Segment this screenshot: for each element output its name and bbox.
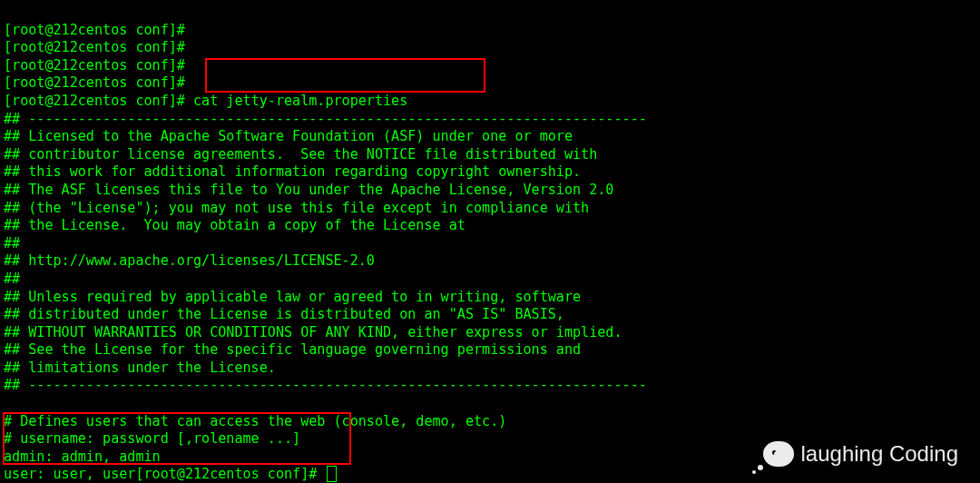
wechat-icon (763, 441, 794, 467)
cursor (327, 466, 337, 482)
terminal[interactable]: [root@212centos conf]# [root@212centos c… (0, 0, 980, 483)
output-line: admin: admin, admin (4, 448, 161, 465)
output-line: ## the License. You may obtain a copy of… (4, 217, 466, 233)
prompt-line: [root@212centos conf]# (4, 74, 193, 91)
output-line: ## http://www.apache.org/licenses/LICENS… (4, 252, 375, 269)
watermark: laughing Coding (763, 441, 958, 467)
output-line: ## limitations under the License. (4, 360, 276, 376)
output-line: ## -------------------------------------… (4, 111, 647, 127)
output-line: # Defines users that can access the web … (4, 413, 506, 429)
output-line: ## distributed under the License is dist… (4, 306, 564, 322)
output-line: ## See the License for the specific lang… (4, 341, 581, 358)
output-line: ## (the "License"); you may not use this… (4, 200, 589, 216)
watermark-text: laughing Coding (801, 445, 958, 463)
output-line: user: user, user (4, 466, 135, 482)
prompt-line: [root@212centos conf]# (135, 466, 325, 482)
command-text: cat jetty-realm.properties (193, 93, 407, 109)
output-line: ## WITHOUT WARRANTIES OR CONDITIONS OF A… (4, 324, 622, 340)
prompt-line: [root@212centos conf]# (4, 93, 193, 109)
output-line: ## -------------------------------------… (4, 377, 647, 393)
prompt-line: [root@212centos conf]# (4, 22, 193, 38)
output-line: ## Licensed to the Apache Software Found… (4, 128, 573, 144)
output-line: ## (4, 235, 20, 251)
output-line: ## this work for additional information … (4, 163, 581, 180)
output-line: ## The ASF licenses this file to You und… (4, 182, 613, 198)
prompt-line: [root@212centos conf]# (4, 39, 193, 55)
output-line: ## contributor license agreements. See t… (4, 146, 597, 163)
output-line: ## Unless required by applicable law or … (4, 289, 581, 305)
output-line: ## (4, 271, 20, 287)
output-line: # username: password [,rolename ...] (4, 430, 300, 447)
prompt-line: [root@212centos conf]# (4, 57, 193, 74)
